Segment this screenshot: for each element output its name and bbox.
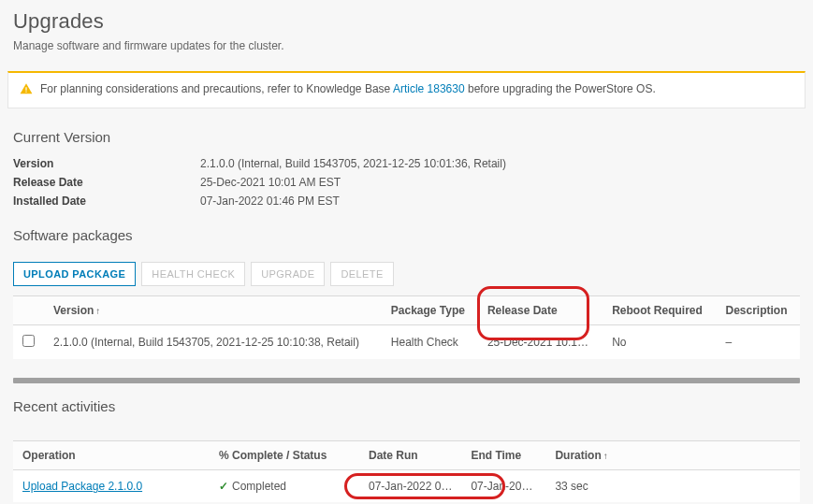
- kv-value: 2.1.0.0 (Internal, Build 1543705, 2021-1…: [200, 157, 506, 170]
- cell-version: 2.1.0.0 (Internal, Build 1543705, 2021-1…: [44, 325, 382, 360]
- table-row[interactable]: Upload Package 2.1.0.0 ✓Completed 07-Jan…: [13, 470, 800, 503]
- kb-article-link[interactable]: Article 183630: [393, 82, 465, 95]
- kv-row: Version 2.1.0.0 (Internal, Build 1543705…: [0, 154, 813, 173]
- checkmark-icon: ✓: [219, 480, 228, 493]
- cell-status: ✓Completed: [210, 470, 359, 503]
- cell-reboot-required: No: [602, 325, 716, 360]
- col-reboot-required[interactable]: Reboot Required: [602, 296, 716, 325]
- page-subtitle: Manage software and firmware updates for…: [0, 39, 813, 65]
- kv-value: 25-Dec-2021 10:01 AM EST: [200, 176, 341, 189]
- cell-duration: 33 sec: [545, 470, 800, 503]
- page-title: Upgrades: [0, 0, 813, 39]
- col-end-time[interactable]: End Time: [461, 441, 545, 470]
- col-release-date[interactable]: Release Date: [478, 296, 602, 325]
- cell-description: –: [716, 325, 800, 360]
- col-package-type[interactable]: Package Type: [382, 296, 478, 325]
- alert-text-after: before upgrading the PowerStore OS.: [465, 82, 656, 95]
- sort-asc-icon: ↑: [603, 451, 608, 461]
- cell-date-run: 07-Jan-2022 0…: [359, 470, 461, 503]
- kv-label: Version: [13, 157, 200, 170]
- svg-rect-0: [25, 87, 26, 91]
- kv-row: Release Date 25-Dec-2021 10:01 AM EST: [0, 173, 813, 192]
- sort-asc-icon: ↑: [95, 306, 100, 316]
- packages-table: Version↑ Package Type Release Date Reboo…: [13, 295, 800, 359]
- cell-release-date: 25-Dec-2021 10:1…: [478, 325, 602, 360]
- col-version[interactable]: Version↑: [44, 296, 382, 325]
- package-button-row: UPLOAD PACKAGE HEALTH CHECK UPGRADE DELE…: [13, 258, 800, 295]
- delete-button: DELETE: [330, 262, 393, 286]
- col-duration[interactable]: Duration↑: [545, 441, 800, 470]
- kv-label: Release Date: [13, 176, 200, 189]
- kv-row: Installed Date 07-Jan-2022 01:46 PM EST: [0, 192, 813, 210]
- recent-activities-heading: Recent activities: [0, 395, 813, 424]
- table-row[interactable]: 2.1.0.0 (Internal, Build 1543705, 2021-1…: [13, 325, 800, 360]
- svg-rect-1: [25, 92, 26, 93]
- operation-link[interactable]: Upload Package 2.1.0.0: [22, 480, 142, 493]
- row-checkbox[interactable]: [22, 335, 35, 347]
- upload-package-button[interactable]: UPLOAD PACKAGE: [13, 262, 136, 286]
- alert-text: For planning considerations and precauti…: [40, 82, 656, 95]
- col-description[interactable]: Description: [716, 296, 800, 325]
- upgrade-button: UPGRADE: [251, 262, 325, 286]
- col-operation[interactable]: Operation: [13, 441, 210, 470]
- cell-end-time: 07-Jan-20…: [461, 470, 545, 503]
- cell-package-type: Health Check: [382, 325, 478, 360]
- kv-value: 07-Jan-2022 01:46 PM EST: [200, 194, 340, 208]
- activities-table: Operation % Complete / Status Date Run E…: [13, 440, 800, 502]
- divider-bar: [13, 378, 800, 383]
- warning-icon: [20, 82, 33, 98]
- col-complete[interactable]: % Complete / Status: [210, 441, 359, 470]
- alert-text-before: For planning considerations and precauti…: [40, 82, 393, 95]
- health-check-button: HEALTH CHECK: [141, 262, 245, 286]
- planning-alert: For planning considerations and precauti…: [7, 71, 806, 108]
- kv-label: Installed Date: [13, 194, 200, 208]
- col-checkbox: [13, 296, 44, 325]
- software-packages-heading: Software packages: [0, 223, 813, 252]
- current-version-heading: Current Version: [0, 125, 813, 154]
- col-date-run[interactable]: Date Run: [359, 441, 461, 470]
